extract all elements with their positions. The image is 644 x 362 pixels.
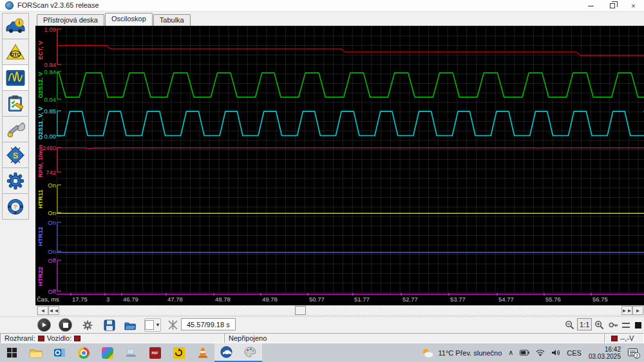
scrollbar-track[interactable]: [59, 306, 621, 315]
horizontal-scrollbar[interactable]: ◄ ◄◄ ►► ►: [37, 305, 644, 316]
scroll-left-icon[interactable]: ◄: [37, 306, 48, 315]
paint-palette-icon: [244, 347, 256, 357]
filled-square-icon: [635, 322, 641, 329]
clock-time: 16:42: [589, 346, 621, 353]
forscan-icon: [220, 346, 232, 358]
car-info-icon: i: [6, 18, 25, 35]
zoom-out-icon: [565, 320, 574, 330]
tab-table[interactable]: Tabulka: [153, 14, 191, 26]
notification-badge: 2: [634, 352, 640, 359]
oscilloscope-icon: [6, 70, 25, 86]
stop-button[interactable]: [59, 318, 72, 332]
taskbar-item-remote-desktop[interactable]: [119, 343, 143, 362]
oscilloscope-plot: 1.090.94ECT, V0.840.04O2S12, V0.850.00O2…: [35, 26, 644, 305]
save-floppy-icon: [104, 319, 115, 331]
signal-select-dropdown[interactable]: ▼: [144, 318, 161, 332]
sidebar: i DTC: [2, 14, 29, 220]
taskbar-item-pdf-reader[interactable]: PDF: [143, 343, 167, 362]
forscan-app-icon: [5, 1, 14, 10]
chevron-down-icon: ▼: [155, 322, 160, 328]
vehicle-status-led: [74, 336, 80, 341]
scale-bottom-HTR11: On: [48, 209, 56, 216]
tab-bar: Přístrojová deska Osciloskop Tabulka: [37, 13, 191, 26]
help-steering-wheel-icon: ?: [6, 198, 25, 216]
scroll-right-icon[interactable]: ►: [632, 306, 643, 315]
restore-button[interactable]: [601, 0, 623, 12]
start-button[interactable]: [0, 343, 24, 362]
battery-icon[interactable]: [520, 350, 529, 356]
close-button[interactable]: ×: [623, 0, 644, 12]
taskbar-item-chrome[interactable]: [71, 343, 95, 362]
minimize-button[interactable]: [580, 0, 601, 12]
window-title: FORScan v2.3.65 release: [17, 1, 99, 9]
weather-sun-cloud-icon: [421, 347, 435, 359]
wrench-icon: [6, 120, 25, 138]
taskbar-item-file-explorer[interactable]: [24, 343, 48, 362]
scale-bottom-ECT: 0.94: [44, 61, 57, 68]
wifi-icon[interactable]: [536, 349, 545, 356]
time-tick-label-5: 49.78: [262, 296, 278, 303]
taskbar-item-sync-app[interactable]: [167, 343, 191, 362]
line-style-button[interactable]: [620, 318, 632, 332]
sidebar-item-service[interactable]: [2, 116, 29, 142]
scale-bottom-HTR22: Off: [48, 288, 57, 295]
battery-voltage: --,-V: [604, 333, 644, 343]
time-tick-label-8: 52.77: [402, 296, 418, 303]
scale-top-ECT: 1.09: [44, 26, 57, 33]
marker-tool-button[interactable]: [607, 318, 620, 332]
sidebar-item-help[interactable]: ?: [2, 193, 29, 220]
sidebar-item-vehicle-info[interactable]: i: [2, 13, 29, 39]
time-tick-label-2: 46.79: [123, 296, 138, 303]
channel-label-O2S11: O2S11_V, V: [37, 106, 44, 140]
time-axis-label: Čas, ms: [37, 296, 59, 303]
svg-text:S: S: [13, 151, 18, 160]
zoom-ratio-button[interactable]: 1:1: [577, 318, 592, 330]
fill-style-button[interactable]: [632, 318, 644, 332]
sidebar-item-tests[interactable]: [2, 90, 29, 117]
sidebar-item-configuration[interactable]: S: [2, 142, 29, 168]
connection-status: Nepřipojeno: [224, 333, 604, 343]
tab-oscilloscope[interactable]: Osciloskop: [105, 13, 153, 26]
sidebar-item-oscilloscope[interactable]: [2, 64, 29, 91]
stop-icon: [63, 323, 68, 328]
scroll-fast-right-icon[interactable]: ►►: [621, 306, 632, 315]
speaker-icon[interactable]: [551, 349, 560, 356]
file-explorer-icon: [30, 348, 43, 358]
channel-label-HTR22: HTR22: [37, 267, 44, 286]
open-button[interactable]: [122, 318, 138, 332]
status-bar: Rozhraní: Vozidlo: Nepřipojeno --,-V: [0, 333, 644, 343]
pdf-icon: PDF: [149, 347, 161, 359]
weather-widget[interactable]: 11°C Přev. slunečno: [421, 347, 502, 359]
language-indicator[interactable]: CES: [567, 349, 582, 357]
taskbar-item-forscan[interactable]: [214, 343, 238, 362]
gear-icon: [82, 319, 93, 331]
zoom-in-icon: [594, 320, 604, 330]
scale-top-RPM: 2480: [43, 144, 56, 151]
zoom-in-button[interactable]: [592, 318, 606, 332]
scope-toolbar: ▼ 45.57/99.18 s 1:1: [0, 316, 644, 332]
zoom-out-button[interactable]: [563, 318, 576, 332]
save-button[interactable]: [102, 318, 117, 332]
taskbar-item-vlc[interactable]: [191, 343, 214, 362]
clock[interactable]: 16:42 03.03.2025: [589, 346, 621, 360]
scale-top-HTR22: Off: [48, 257, 57, 264]
play-button[interactable]: [37, 318, 51, 332]
taskbar-item-paint[interactable]: [238, 343, 262, 362]
scale-top-HTR11: On: [48, 182, 56, 189]
tab-dashboard[interactable]: Přístrojová deska: [37, 14, 104, 26]
sidebar-item-settings[interactable]: [2, 167, 29, 194]
clock-date: 03.03.2025: [589, 353, 621, 360]
scrollbar-thumb[interactable]: [295, 306, 306, 315]
windows-taskbar: PDF: [0, 343, 644, 362]
clear-markers-button[interactable]: [165, 318, 180, 332]
scroll-fast-left-icon[interactable]: ◄◄: [48, 306, 59, 315]
scope-settings-button[interactable]: [80, 318, 95, 332]
tray-chevron-icon[interactable]: ∧: [508, 348, 513, 357]
scale-bottom-HTR12: On: [48, 248, 56, 255]
sidebar-item-dtc[interactable]: DTC: [2, 39, 29, 65]
play-icon: [41, 322, 47, 328]
taskbar-item-photos[interactable]: [95, 343, 119, 362]
taskbar-item-outlook[interactable]: [48, 343, 71, 362]
oscilloscope-panel: 1.090.94ECT, V0.840.04O2S12, V0.850.00O2…: [35, 26, 644, 305]
notification-center-button[interactable]: 2: [628, 348, 638, 357]
